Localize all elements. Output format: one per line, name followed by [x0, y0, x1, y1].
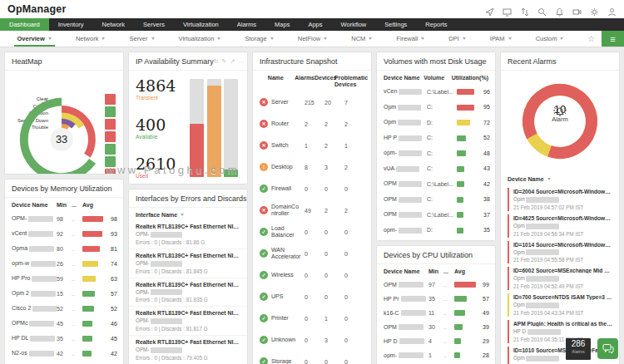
table-row[interactable]: opm- C: 48 [377, 145, 495, 161]
main-nav-item[interactable]: Inventory [49, 18, 93, 31]
table-row[interactable]: Opm D: 72 [377, 115, 495, 130]
main-nav-item[interactable]: Dashboard [0, 18, 49, 31]
favorite-star-icon[interactable]: ☆ [581, 31, 602, 47]
main-nav-item[interactable]: Apps [299, 18, 331, 31]
table-row[interactable]: HP DL 35 45 [5, 331, 123, 346]
alarm-list-item[interactable]: ID=1014 Source=Microsoft-Windows-DNS-Cli… [508, 241, 612, 264]
table-row[interactable]: Printer 0 1 0 [253, 307, 371, 329]
edit-icon[interactable]: ✎ [222, 58, 227, 65]
table-row[interactable]: HP Pro 59 63 [5, 271, 123, 286]
dashboard-tab[interactable]: Storage [245, 31, 273, 47]
table-row[interactable]: HP Pr 35 57 [377, 292, 495, 306]
table-row[interactable]: HP P C: 52 [377, 130, 495, 146]
table-row[interactable]: vUA C: 43 [377, 161, 495, 177]
table-row[interactable]: OPM- 98 98 [5, 211, 123, 226]
dashboard-tab[interactable]: IPAM [490, 31, 512, 47]
chat-support-button[interactable] [597, 338, 618, 359]
dashboard-tab[interactable]: Server [129, 31, 154, 47]
camera-icon[interactable] [572, 5, 582, 14]
dashboard-tab[interactable]: NCM [351, 31, 372, 47]
table-row[interactable]: Opma 80 81 [5, 241, 123, 256]
ip-bar-chart[interactable] [187, 74, 240, 179]
gear-icon[interactable] [590, 5, 599, 14]
alarm-list-item[interactable]: ID=700 Source=NTDS ISAM Type=3 Message=N… [508, 293, 612, 317]
refresh-icon[interactable]: ↻ [214, 58, 219, 65]
expand-icon[interactable]: ↗ [230, 58, 235, 65]
interface-list-item[interactable]: Realtek RTL8139C+ Fast Ethernet NIC #3-E… [129, 336, 247, 364]
table-row[interactable]: Switch 1 2 1 [253, 135, 371, 156]
table-row[interactable]: Cisco 2 52 52 [5, 301, 123, 316]
table-row[interactable]: Wireless 0 0 0 [253, 264, 371, 286]
table-row[interactable]: HP D 4 29 [377, 334, 495, 348]
heatmap-cell[interactable] [105, 106, 116, 117]
alarm-list-item[interactable]: ID=6002 Source=MSExchange Mid Tier Stora… [508, 267, 612, 290]
table-row[interactable]: Router 2 2 2 [253, 113, 371, 135]
table-row[interactable]: Opm 2 15 57 [5, 286, 123, 301]
list-header[interactable]: Interface Name [129, 208, 247, 220]
table-row[interactable]: WAN Accelerator 0 0 0 [253, 243, 371, 264]
table-row[interactable]: opm- D: 35 [377, 223, 495, 239]
alarm-count-badge[interactable]: 286 Alarms [566, 338, 591, 360]
table-row[interactable]: Desktop 8 3 2 [253, 156, 371, 178]
table-row[interactable]: OPM C:\Label... 42 [377, 176, 495, 192]
table-row[interactable]: Server 215 20 7 [253, 91, 371, 113]
table-row[interactable]: Load Balancer 0 0 0 [253, 221, 371, 243]
heatmap-cell[interactable] [105, 156, 116, 167]
table-row[interactable]: OPM C:\Label... 37 [377, 207, 495, 223]
table-row[interactable]: Storage 0 0 0 [253, 351, 371, 364]
search-icon[interactable] [537, 5, 547, 14]
table-row[interactable]: N2-os 42 42 [5, 346, 123, 361]
heatmap-cell[interactable] [105, 94, 116, 105]
table-row[interactable]: opm- 1 28 [377, 348, 495, 362]
more-icon[interactable]: … [238, 58, 244, 65]
send-icon[interactable] [485, 5, 494, 14]
table-row[interactable]: Unknown 0 3 0 [253, 329, 371, 351]
interface-list-item[interactable]: Realtek RTL8139C+ Fast Ethernet NIC #3-N… [129, 220, 247, 249]
table-row[interactable]: vCent 92 93 [5, 226, 123, 241]
main-nav-item[interactable]: Reports [416, 18, 456, 31]
table-row[interactable]: UPS 0 0 0 [253, 286, 371, 307]
heatmap-cell[interactable] [105, 169, 116, 175]
alarm-list-item[interactable]: ID=2004 Source=Microsoft-Windows-Resourc… [508, 188, 612, 211]
main-nav-item[interactable]: Network [93, 18, 135, 31]
table-row[interactable]: OPM C: 38 [377, 192, 495, 208]
table-row[interactable]: vCen C:\Label... 96 [377, 84, 495, 100]
heatmap-cell[interactable] [105, 131, 116, 142]
severity-gauge-chart[interactable]: 33 [10, 82, 113, 175]
main-nav-item[interactable]: Workflow [332, 18, 376, 31]
dashboard-menu-button[interactable]: ≡ [602, 31, 624, 47]
dashboard-tab[interactable]: Overview [17, 31, 52, 47]
table-row[interactable]: OPM 30 39 [377, 320, 495, 334]
table-row[interactable]: Opm C: 95 [377, 100, 495, 116]
table-row[interactable]: opm-w 26 74 [5, 256, 123, 271]
sync-icon[interactable] [520, 5, 529, 14]
dashboard-tab[interactable]: Custom [536, 31, 564, 47]
dashboard-tab[interactable]: Network [76, 31, 106, 47]
main-nav-item[interactable]: Virtualization [174, 18, 228, 31]
dashboard-tab[interactable]: Virtualization [179, 31, 221, 47]
interface-list-item[interactable]: Realtek RTL8139C+ Fast Ethernet NIC #3-W… [129, 278, 247, 307]
alarms-donut-chart[interactable]: 10 Alarm [501, 71, 619, 172]
heatmap-cell[interactable] [105, 144, 116, 155]
table-row[interactable]: OPMc 45 46 [5, 316, 123, 331]
interface-list-item[interactable]: Realtek RTL8139C+ Fast Ethernet NIC #3-W… [129, 307, 247, 336]
table-row[interactable]: Firewall 0 0 0 [253, 178, 371, 199]
user-icon[interactable] [607, 5, 617, 14]
table-row[interactable]: k16-C 11 49 [377, 306, 495, 320]
table-row[interactable]: OPM 97 99 [377, 278, 495, 292]
alarm-list-item[interactable]: ID=4625 Source=Microsoft-Windows-Securit… [508, 214, 612, 238]
heatmap-cell[interactable] [105, 119, 116, 130]
bell-icon[interactable] [555, 5, 564, 14]
main-nav-item[interactable]: Servers [134, 18, 174, 31]
list-header[interactable]: Device Name [501, 172, 619, 184]
main-nav-item[interactable]: Settings [375, 18, 416, 31]
interface-list-item[interactable]: Realtek RTL8139C+ Fast Ethernet NIC #3-N… [129, 249, 247, 278]
table-row[interactable]: DomainController 49 2 2 [253, 199, 371, 221]
dashboard-tab[interactable]: NetFlow [298, 31, 328, 47]
dashboard-tab[interactable]: Firewall [396, 31, 424, 47]
main-nav-item[interactable]: Maps [265, 18, 299, 31]
main-nav-item[interactable]: Alarms [228, 18, 265, 31]
alarm-list-item[interactable]: APM Plugin: Health is critical as the re… [508, 320, 612, 343]
dashboard-tab[interactable]: DPI [448, 31, 466, 47]
display-icon[interactable] [503, 5, 512, 14]
